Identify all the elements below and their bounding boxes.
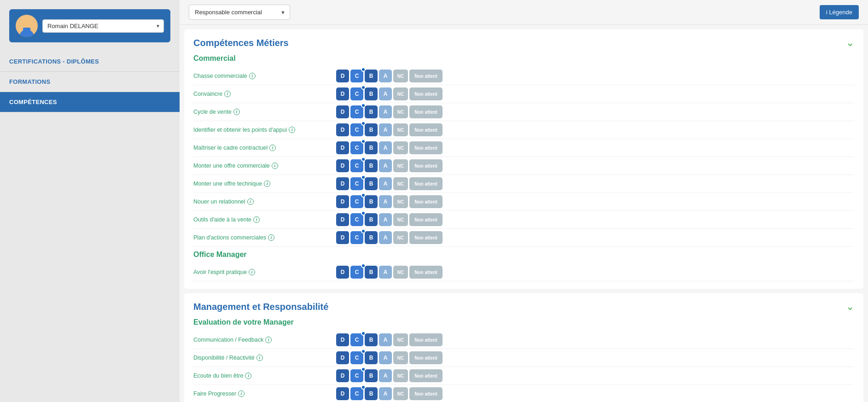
badge-non-attent[interactable]: Non attent [409,87,443,100]
user-select[interactable]: Romain DELANGE [42,19,164,33]
info-icon-identifier[interactable]: i [289,127,295,133]
badge-c[interactable]: C [350,177,363,190]
badge-d[interactable]: D [336,351,349,364]
badge-b[interactable]: B [365,351,378,364]
badge-b[interactable]: B [365,159,378,172]
badge-b[interactable]: B [365,266,378,279]
badge-a[interactable]: A [379,333,392,346]
badge-c[interactable]: C [350,141,363,154]
badge-non-attent[interactable]: Non attent [409,231,443,244]
badge-d[interactable]: D [336,333,349,346]
badge-b[interactable]: B [365,213,378,226]
badge-c[interactable]: C [350,123,363,136]
badge-b[interactable]: B [365,231,378,244]
info-icon-convaincre[interactable]: i [224,91,231,97]
info-icon-communication[interactable]: i [265,337,272,343]
badge-b[interactable]: B [365,141,378,154]
badge-b[interactable]: B [365,333,378,346]
badge-non-attent[interactable]: Non attent [409,387,443,400]
badge-a[interactable]: A [379,266,392,279]
badge-nc[interactable]: NC [393,70,408,82]
badge-c[interactable]: C [350,333,363,346]
badge-b[interactable]: B [365,87,378,100]
badge-nc[interactable]: NC [393,231,408,244]
badge-b[interactable]: B [365,369,378,382]
badge-nc[interactable]: NC [393,123,408,136]
badge-non-attent[interactable]: Non attent [409,266,443,279]
info-icon-cycle-vente[interactable]: i [233,109,240,115]
badge-non-attent[interactable]: Non attent [409,351,443,364]
badge-non-attent[interactable]: Non attent [409,70,443,82]
badge-a[interactable]: A [379,177,392,190]
info-icon-disponibilite[interactable]: i [256,355,263,361]
badge-d[interactable]: D [336,123,349,136]
badge-nc[interactable]: NC [393,159,408,172]
badge-nc[interactable]: NC [393,266,408,279]
user-select-wrapper[interactable]: Romain DELANGE ▼ [42,19,164,33]
info-icon-chasse[interactable]: i [249,73,256,79]
info-icon-monter-offre-comm[interactable]: i [272,163,278,169]
badge-c[interactable]: C [350,387,363,400]
badge-d[interactable]: D [336,213,349,226]
badge-d[interactable]: D [336,87,349,100]
badge-d[interactable]: D [336,159,349,172]
badge-d[interactable]: D [336,266,349,279]
badge-a[interactable]: A [379,105,392,118]
badge-b[interactable]: B [365,70,378,82]
badge-d[interactable]: D [336,387,349,400]
badge-nc[interactable]: NC [393,369,408,382]
badge-non-attent[interactable]: Non attent [409,333,443,346]
badge-non-attent[interactable]: Non attent [409,177,443,190]
badge-c[interactable]: C [350,351,363,364]
badge-a[interactable]: A [379,70,392,82]
filter-dropdown-wrapper[interactable]: Responsable commercial ▼ [189,5,290,20]
badge-nc[interactable]: NC [393,387,408,400]
badge-a[interactable]: A [379,123,392,136]
badge-c[interactable]: C [350,87,363,100]
badge-d[interactable]: D [336,177,349,190]
chevron-down-icon-management[interactable]: ⌄ [846,301,854,313]
badge-b[interactable]: B [365,123,378,136]
badge-c[interactable]: C [350,159,363,172]
badge-nc[interactable]: NC [393,105,408,118]
badge-a[interactable]: A [379,195,392,208]
badge-non-attent[interactable]: Non attent [409,195,443,208]
badge-non-attent[interactable]: Non attent [409,105,443,118]
badge-c[interactable]: C [350,231,363,244]
info-icon-nouer[interactable]: i [247,198,254,205]
badge-a[interactable]: A [379,159,392,172]
badge-nc[interactable]: NC [393,333,408,346]
badge-non-attent[interactable]: Non attent [409,213,443,226]
badge-a[interactable]: A [379,351,392,364]
badge-non-attent[interactable]: Non attent [409,369,443,382]
sidebar-item-certifications[interactable]: CERTIFICATIONS - DIPLÔMES [0,52,180,72]
info-icon-outils[interactable]: i [253,216,260,223]
badge-a[interactable]: A [379,141,392,154]
badge-a[interactable]: A [379,387,392,400]
badge-c[interactable]: C [350,369,363,382]
badge-non-attent[interactable]: Non attent [409,141,443,154]
info-icon-faire-progresser[interactable]: i [238,390,245,397]
badge-c[interactable]: C [350,213,363,226]
badge-b[interactable]: B [365,177,378,190]
info-icon-esprit-pratique[interactable]: i [249,269,255,275]
badge-b[interactable]: B [365,195,378,208]
badge-b[interactable]: B [365,387,378,400]
info-icon-maitriser[interactable]: i [269,145,276,151]
badge-non-attent[interactable]: Non attent [409,123,443,136]
badge-nc[interactable]: NC [393,195,408,208]
filter-select[interactable]: Responsable commercial [189,5,290,20]
badge-b[interactable]: B [365,105,378,118]
badge-nc[interactable]: NC [393,177,408,190]
badge-d[interactable]: D [336,369,349,382]
badge-d[interactable]: D [336,70,349,82]
badge-c[interactable]: C [350,195,363,208]
badge-d[interactable]: D [336,231,349,244]
badge-a[interactable]: A [379,231,392,244]
chevron-down-icon-competences[interactable]: ⌄ [846,37,854,49]
badge-d[interactable]: D [336,105,349,118]
legende-button[interactable]: i Légende [820,5,859,19]
badge-nc[interactable]: NC [393,213,408,226]
badge-a[interactable]: A [379,213,392,226]
badge-a[interactable]: A [379,369,392,382]
